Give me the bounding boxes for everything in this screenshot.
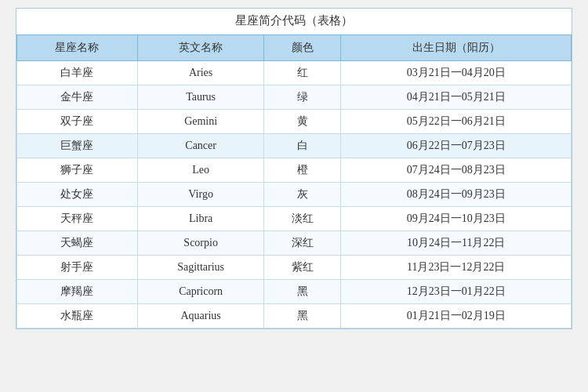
cell-english: Cancer — [137, 134, 264, 158]
table-row: 白羊座Aries红03月21日一04月20日 — [17, 61, 572, 85]
table-row: 射手座Sagittarius紫红11月23日一12月22日 — [17, 256, 572, 280]
table-row: 天蝎座Scorpio深红10月24日一11月22日 — [17, 231, 572, 256]
cell-english: Sagittarius — [137, 256, 264, 280]
cell-english: Capricorn — [137, 280, 264, 304]
table-header-row: 星座名称 英文名称 颜色 出生日期（阳历） — [17, 35, 572, 61]
table-row: 处女座Virgo灰08月24日一09月23日 — [17, 183, 572, 207]
cell-date: 04月21日一05月21日 — [341, 85, 572, 110]
cell-english: Taurus — [137, 85, 264, 110]
cell-english: Scorpio — [137, 231, 264, 256]
table-row: 摩羯座Capricorn黑12月23日一01月22日 — [17, 280, 572, 304]
cell-chinese: 水瓶座 — [17, 304, 138, 328]
main-container: 星座简介代码（表格） 星座名称 英文名称 颜色 出生日期（阳历） 白羊座Arie… — [16, 8, 572, 329]
cell-color: 灰 — [264, 183, 341, 207]
cell-date: 12月23日一01月22日 — [341, 280, 572, 304]
cell-english: Aquarius — [137, 304, 264, 328]
cell-chinese: 天秤座 — [17, 207, 138, 231]
cell-color: 黑 — [264, 280, 341, 304]
cell-color: 黑 — [264, 304, 341, 328]
table-row: 金牛座Taurus绿04月21日一05月21日 — [17, 85, 572, 110]
cell-english: Gemini — [137, 110, 264, 134]
cell-color: 白 — [264, 134, 341, 158]
cell-color: 橙 — [264, 158, 341, 183]
zodiac-table: 星座名称 英文名称 颜色 出生日期（阳历） 白羊座Aries红03月21日一04… — [16, 34, 572, 328]
cell-color: 淡红 — [264, 207, 341, 231]
cell-date: 05月22日一06月21日 — [341, 110, 572, 134]
cell-chinese: 双子座 — [17, 110, 138, 134]
header-date: 出生日期（阳历） — [341, 35, 572, 61]
cell-date: 09月24日一10月23日 — [341, 207, 572, 231]
table-row: 双子座Gemini黄05月22日一06月21日 — [17, 110, 572, 134]
cell-date: 08月24日一09月23日 — [341, 183, 572, 207]
cell-date: 11月23日一12月22日 — [341, 256, 572, 280]
cell-chinese: 处女座 — [17, 183, 138, 207]
cell-chinese: 白羊座 — [17, 61, 138, 85]
table-row: 狮子座Leo橙07月24日一08月23日 — [17, 158, 572, 183]
cell-english: Leo — [137, 158, 264, 183]
cell-color: 红 — [264, 61, 341, 85]
cell-date: 06月22日一07月23日 — [341, 134, 572, 158]
cell-chinese: 摩羯座 — [17, 280, 138, 304]
cell-color: 深红 — [264, 231, 341, 256]
cell-english: Virgo — [137, 183, 264, 207]
cell-chinese: 金牛座 — [17, 85, 138, 110]
cell-chinese: 天蝎座 — [17, 231, 138, 256]
table-row: 巨蟹座Cancer白06月22日一07月23日 — [17, 134, 572, 158]
header-color: 颜色 — [264, 35, 341, 61]
header-chinese: 星座名称 — [17, 35, 138, 61]
cell-date: 07月24日一08月23日 — [341, 158, 572, 183]
cell-color: 紫红 — [264, 256, 341, 280]
cell-chinese: 巨蟹座 — [17, 134, 138, 158]
cell-chinese: 狮子座 — [17, 158, 138, 183]
cell-color: 黄 — [264, 110, 341, 134]
cell-date: 03月21日一04月20日 — [341, 61, 572, 85]
table-row: 水瓶座Aquarius黑01月21日一02月19日 — [17, 304, 572, 328]
cell-english: Libra — [137, 207, 264, 231]
header-english: 英文名称 — [137, 35, 264, 61]
cell-color: 绿 — [264, 85, 341, 110]
cell-english: Aries — [137, 61, 264, 85]
page-title: 星座简介代码（表格） — [16, 9, 572, 34]
table-row: 天秤座Libra淡红09月24日一10月23日 — [17, 207, 572, 231]
cell-date: 01月21日一02月19日 — [341, 304, 572, 328]
cell-chinese: 射手座 — [17, 256, 138, 280]
cell-date: 10月24日一11月22日 — [341, 231, 572, 256]
